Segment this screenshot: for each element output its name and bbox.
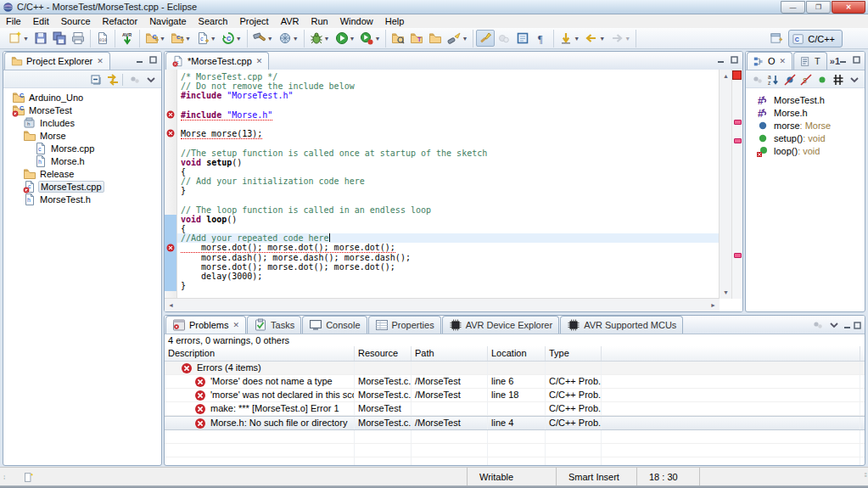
column-header-path[interactable]: Path <box>412 346 488 361</box>
code-line-13[interactable]: } <box>177 186 720 195</box>
scroll-up-icon[interactable]: ▲ <box>720 70 732 82</box>
code-line-15[interactable]: // The loop function is called in an end… <box>177 205 720 215</box>
window-minimize-button[interactable]: — <box>781 1 805 14</box>
code-line-9[interactable]: //The setup function is called once at s… <box>177 149 720 158</box>
new-cpp-project-dropdown-icon[interactable]: ▼ <box>185 36 191 42</box>
menu-help[interactable]: Help <box>379 14 411 28</box>
block-selection-button[interactable] <box>513 30 532 47</box>
back-history-button[interactable]: ▼ <box>582 30 608 47</box>
menu-search[interactable]: Search <box>193 14 234 28</box>
overview-error-marker[interactable] <box>734 253 742 258</box>
code-line-14[interactable] <box>177 195 720 205</box>
rebuild-index-button[interactable]: C▼ <box>219 30 244 47</box>
outline-item-morsetest-h[interactable]: #MorseTest.h <box>746 93 865 106</box>
problem-row[interactable]: 'Morse' does not name a typeMorseTest.c.… <box>165 375 865 389</box>
code-line-17[interactable]: { <box>177 224 720 233</box>
scroll-right-icon[interactable]: ► <box>707 299 720 311</box>
menu-refactor[interactable]: Refactor <box>97 14 144 28</box>
code-line-22[interactable]: delay(3000); <box>177 272 720 281</box>
overview-error-marker[interactable] <box>734 120 742 125</box>
tree-item-release[interactable]: Release <box>3 167 161 180</box>
code-line-10[interactable]: void setup() <box>177 158 720 167</box>
sort-az-button[interactable]: az <box>767 73 781 87</box>
new-c-file-dropdown-icon[interactable]: ▼ <box>210 36 216 42</box>
tree-item-morsetest[interactable]: CMorseTest <box>3 104 161 116</box>
new-c-file-button[interactable]: c▼ <box>193 30 219 47</box>
minimize-view-icon[interactable] <box>133 54 145 65</box>
hide-fields-button[interactable] <box>783 73 797 87</box>
show-whitespace-button[interactable]: ¶ <box>532 30 551 47</box>
run-external-dropdown-icon[interactable]: ▼ <box>374 36 380 42</box>
problem-row[interactable]: make: *** [MorseTest.o] Error 1MorseTest… <box>165 402 865 416</box>
view-filter-button[interactable] <box>751 73 764 87</box>
hide-macros-button[interactable] <box>832 73 845 87</box>
view-filter-button[interactable] <box>811 318 825 332</box>
tree-item-includes[interactable]: hIncludes <box>3 116 161 129</box>
build-all-button[interactable]: ▼ <box>276 30 301 47</box>
code-line-16[interactable]: void loop() <box>177 215 720 224</box>
tree-item-morsetest-cpp[interactable]: cMorseTest.cpp <box>3 180 161 193</box>
column-header-description[interactable]: Description <box>165 346 355 361</box>
overall-status-indicator[interactable] <box>732 70 742 80</box>
annotation-ruler[interactable] <box>165 70 177 299</box>
code-line-4[interactable] <box>177 101 720 110</box>
new-c-project-dropdown-icon[interactable]: ▼ <box>160 36 165 42</box>
code-line-12[interactable]: // Add your initialization code here <box>177 177 720 186</box>
link-editor-button[interactable] <box>106 73 120 87</box>
last-edit-location-dropdown-icon[interactable]: ▼ <box>574 36 580 42</box>
maximize-view-icon[interactable] <box>147 54 159 65</box>
code-line-2[interactable]: // Do not remove the include below <box>177 81 720 91</box>
hide-non-public-button[interactable] <box>815 73 829 87</box>
code-line-19[interactable]: morse.dot(); morse.dot(); morse.dot(); <box>177 243 720 252</box>
highlight-toggle-button[interactable] <box>476 30 495 47</box>
menu-file[interactable]: File <box>0 14 27 28</box>
new-wizard-button[interactable]: ▼ <box>6 30 31 47</box>
new-c-project-button[interactable]: C▼ <box>143 30 168 47</box>
overview-ruler[interactable] <box>731 70 742 299</box>
error-marker-line-7[interactable] <box>165 128 176 140</box>
menu-navigate[interactable]: Navigate <box>143 14 192 28</box>
binary-file-button[interactable]: 010 <box>93 30 112 47</box>
window-close-button[interactable]: ✕ <box>832 1 865 14</box>
tab-tasks[interactable]: Tasks <box>247 316 301 334</box>
tab-morsetest-cpp[interactable]: c *MorseTest.cpp ✕ <box>165 52 269 70</box>
last-edit-location-button[interactable]: ▼ <box>557 30 582 47</box>
maximize-outline-icon[interactable] <box>850 54 862 65</box>
close-outline-icon[interactable]: ✕ <box>780 57 787 65</box>
menu-project[interactable]: Project <box>233 14 274 28</box>
run-button[interactable]: ▼ <box>333 30 358 47</box>
tree-item-morse-h[interactable]: hMorse.h <box>3 154 161 167</box>
forward-history-dropdown-icon[interactable]: ▼ <box>624 36 630 42</box>
problem-row[interactable]: Morse.h: No such file or directoryMorseT… <box>165 416 865 430</box>
build-hammer-button[interactable]: ▼ <box>250 30 276 47</box>
menu-avr[interactable]: AVR <box>275 14 305 28</box>
open-perspective-icon[interactable] <box>770 32 783 45</box>
code-line-23[interactable]: } <box>177 281 720 290</box>
code-line-18[interactable]: //Add your repeated code here <box>177 233 720 243</box>
open-type-button[interactable]: T <box>407 30 426 47</box>
tree-item-morse-cpp[interactable]: cMorse.cpp <box>3 142 161 154</box>
code-area[interactable]: /* MorseTest.cpp */// Do not remove the … <box>177 70 720 299</box>
menu-window[interactable]: Window <box>334 14 379 28</box>
close-view-icon[interactable]: ✕ <box>97 57 104 65</box>
search-flashlight-dropdown-icon[interactable]: ▼ <box>462 36 468 42</box>
tree-item-morsetest-h[interactable]: hMorseTest.h <box>3 193 161 205</box>
minimize-editor-icon[interactable] <box>714 54 726 65</box>
overview-error-marker[interactable] <box>734 138 742 143</box>
tree-item-arduino-uno[interactable]: CArduino_Uno <box>3 91 161 104</box>
outline-item-setup-[interactable]: setup() : void <box>746 132 865 144</box>
column-header-spacer[interactable] <box>602 346 860 361</box>
forward-history-button[interactable]: ▼ <box>608 30 633 47</box>
code-line-7[interactable]: Morse morse(13); <box>177 129 720 138</box>
maximize-view-icon[interactable] <box>854 322 861 329</box>
debug-dropdown-icon[interactable]: ▼ <box>324 36 330 42</box>
chevron-down-button[interactable] <box>144 73 158 87</box>
run-external-button[interactable]: ▼ <box>357 30 383 47</box>
code-line-8[interactable] <box>177 138 720 148</box>
menu-run[interactable]: Run <box>305 14 333 28</box>
tab-outline[interactable]: O ✕ <box>747 52 792 70</box>
build-hammer-dropdown-icon[interactable]: ▼ <box>267 36 273 42</box>
tab-console[interactable]: Console <box>302 316 367 334</box>
code-line-5[interactable]: #include "Morse.h" <box>177 110 720 120</box>
close-editor-tab-icon[interactable]: ✕ <box>256 57 263 65</box>
